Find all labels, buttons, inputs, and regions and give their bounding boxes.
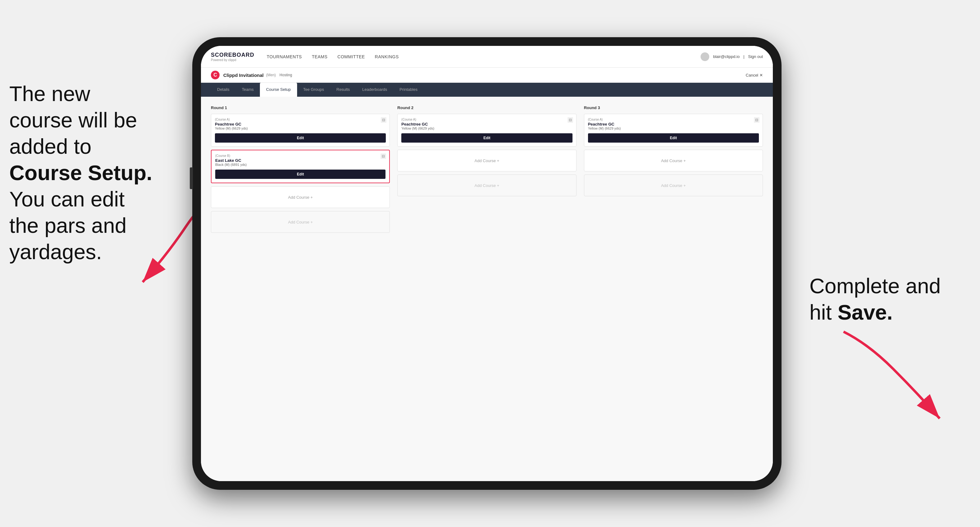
tab-bar: Details Teams Course Setup Tee Groups Re… [201,83,773,97]
nav-brand-sub: Powered by clippd [211,58,254,62]
round-2-course-a-card: ⊟ (Course A) Peachtree GC Yellow (M) (66… [397,114,576,147]
tournament-gender: (Men) [266,73,276,77]
round-3-course-a-label: (Course A) [588,118,759,121]
app-content: SCOREBOARD Powered by clippd TOURNAMENTS… [201,46,773,481]
annotation-left-line2: course will be [9,108,137,132]
round-3-course-a-edit-button[interactable]: Edit [588,133,759,143]
round-1-add-course-text: Add Course + [288,195,313,200]
round-2-add-course-disabled-text: Add Course + [474,183,499,188]
round-3-add-course-button[interactable]: Add Course + [584,150,763,171]
annotation-left-line6: yardages. [9,240,102,264]
tab-leaderboards[interactable]: Leaderboards [356,83,393,97]
top-nav: SCOREBOARD Powered by clippd TOURNAMENTS… [201,46,773,68]
round-1-course-a-card: ⊟ (Course A) Peachtree GC Yellow (M) (66… [211,114,390,147]
tab-printables[interactable]: Printables [393,83,424,97]
round-1-add-course-disabled-text: Add Course + [288,220,313,224]
round-1-course-b-label: (Course B) [215,154,385,157]
round-3-course-a-delete-button[interactable]: ⊟ [754,117,759,123]
nav-link-tournaments[interactable]: TOURNAMENTS [267,53,302,60]
nav-separator: | [743,54,744,59]
round-2-add-course-button[interactable]: Add Course + [397,150,576,171]
round-2-course-a-details: Yellow (M) (6629 yds) [401,127,572,130]
round-1-course-a-delete-button[interactable]: ⊟ [381,117,387,123]
round-1-course-a-label: (Course A) [215,118,386,121]
round-1-add-course-disabled: Add Course + [211,211,390,233]
nav-link-committee[interactable]: COMMITTEE [337,53,365,60]
nav-brand-title: SCOREBOARD [211,52,254,58]
nav-brand: SCOREBOARD Powered by clippd [211,52,254,62]
main-content: Round 1 ⊟ (Course A) Peachtree GC Yellow… [201,97,773,481]
round-2-column: Round 2 ⊟ (Course A) Peachtree GC Yellow… [397,105,576,236]
round-3-course-a-name: Peachtree GC [588,122,759,127]
nav-links: TOURNAMENTS TEAMS COMMITTEE RANKINGS [267,53,701,60]
round-2-title: Round 2 [397,105,576,110]
tablet-shell: SCOREBOARD Powered by clippd TOURNAMENTS… [192,37,781,490]
arrow-right-icon [831,325,961,431]
side-button[interactable] [190,167,193,189]
round-1-course-b-card: ⊟ (Course B) East Lake GC Black (M) (689… [211,150,390,183]
round-3-add-course-text: Add Course + [661,159,686,163]
round-3-course-a-details: Yellow (M) (6629 yds) [588,127,759,130]
avatar [701,52,709,61]
rounds-grid: Round 1 ⊟ (Course A) Peachtree GC Yellow… [211,105,763,236]
tablet-screen: SCOREBOARD Powered by clippd TOURNAMENTS… [201,46,773,481]
annotation-right-line2: hit [810,300,838,324]
round-1-course-a-edit-button[interactable]: Edit [215,133,386,143]
annotation-left-line5: the pars and [9,214,127,237]
tournament-hosting: Hosting [279,73,292,77]
nav-user: blair@clippd.io | Sign out [701,52,763,61]
round-1-course-b-name: East Lake GC [215,158,385,163]
annotation-left-line4: You can edit [9,187,125,211]
tournament-bar: C Clippd Invitational (Men) Hosting Canc… [201,68,773,83]
round-1-course-b-details: Black (M) (6891 yds) [215,163,385,167]
round-2-add-course-text: Add Course + [474,159,499,163]
annotation-right-bold: Save. [838,300,893,324]
round-1-course-b-delete-button[interactable]: ⊟ [380,154,386,159]
round-2-course-a-label: (Course A) [401,118,572,121]
tab-course-setup[interactable]: Course Setup [260,83,297,97]
nav-link-rankings[interactable]: RANKINGS [375,53,399,60]
round-1-column: Round 1 ⊟ (Course A) Peachtree GC Yellow… [211,105,390,236]
user-email: blair@clippd.io [713,54,739,59]
round-1-add-course-button[interactable]: Add Course + [211,186,390,208]
tournament-logo: C [211,71,220,79]
tab-details[interactable]: Details [211,83,236,97]
cancel-button[interactable]: Cancel ✕ [746,73,763,78]
round-1-course-b-edit-button[interactable]: Edit [215,170,385,179]
annotation-left-line1: The new [9,82,90,105]
round-3-add-course-disabled-text: Add Course + [661,183,686,188]
round-2-add-course-disabled: Add Course + [397,175,576,196]
round-2-course-a-name: Peachtree GC [401,122,572,127]
round-2-course-a-edit-button[interactable]: Edit [401,133,572,143]
annotation-right: Complete and hit Save. [810,273,971,325]
tab-results[interactable]: Results [330,83,356,97]
round-3-add-course-disabled: Add Course + [584,175,763,196]
round-1-title: Round 1 [211,105,390,110]
round-3-column: Round 3 ⊟ (Course A) Peachtree GC Yellow… [584,105,763,236]
round-1-course-a-details: Yellow (M) (6629 yds) [215,127,386,130]
close-icon: ✕ [759,73,763,78]
tab-tee-groups[interactable]: Tee Groups [297,83,330,97]
nav-link-teams[interactable]: TEAMS [312,53,328,60]
tournament-name: Clippd Invitational [223,73,264,78]
round-1-course-a-name: Peachtree GC [215,122,386,127]
round-3-title: Round 3 [584,105,763,110]
annotation-left-bold: Course Setup. [9,161,152,184]
sign-out-link[interactable]: Sign out [748,54,763,59]
annotation-left-line3: added to [9,135,91,158]
annotation-right-line1: Complete and [810,274,940,298]
round-3-course-a-card: ⊟ (Course A) Peachtree GC Yellow (M) (66… [584,114,763,147]
round-2-course-a-delete-button[interactable]: ⊟ [568,117,573,123]
tab-teams[interactable]: Teams [236,83,260,97]
